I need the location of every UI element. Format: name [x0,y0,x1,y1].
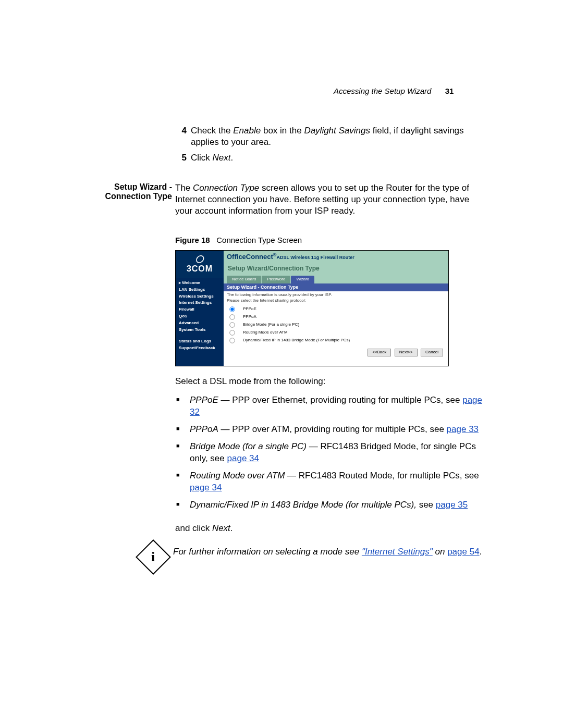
figure-title: Connection Type Screen [216,236,302,244]
text-italic: Next [212,523,230,533]
page-link[interactable]: page 34 [227,453,259,463]
text: on [433,547,447,557]
step-5: 5 Click Next. [175,152,482,164]
text: . [230,523,233,533]
figure-screenshot: ◯ 3COM ▸ Welcome LAN Settings Wireless S… [175,250,449,366]
text: . [231,153,234,163]
opt-label: PPPoE [243,306,256,312]
list-item: Bridge Mode (for a single PC) — RFC1483 … [175,441,482,465]
step-body: Check the Enable box in the Daylight Sav… [187,125,482,148]
radio-bridge[interactable] [229,322,235,327]
text: — PPP over ATM, providing routing for mu… [218,424,447,434]
logo-3com: ◯ 3COM [176,251,224,278]
opt-pppoe[interactable]: PPPoE [229,305,443,313]
section-label: Setup Wizard - Connection Type [95,182,172,201]
step-body: Click Next. [187,152,482,164]
page-link[interactable]: "Internet Settings" [362,547,433,557]
section-label-2: Connection Type [95,192,172,201]
fig-nav: ▸ Welcome LAN Settings Wireless Settings… [176,278,224,354]
page-link[interactable]: page 54 [447,547,479,557]
mode-name: Routing Mode over ATM [190,471,285,480]
select-mode-text: Select a DSL mode from the following: [175,376,482,387]
nav-support[interactable]: Support/Feedback [179,345,221,352]
nav-advanced[interactable]: Advanced [179,320,221,327]
panel-buttons: <<Back Next>> Cancel [224,346,448,359]
fig-breadcrumb: Setup Wizard/Connection Type [224,264,448,275]
text-italic: Enable [233,126,261,135]
opt-label: Dynamic/Fixed IP in 1483 Bridge Mode (Fo… [243,338,350,343]
mode-list: PPPoE — PPP over Ethernet, providing rou… [175,394,482,511]
text: box in the [261,126,304,135]
text: For further information on selecting a m… [173,547,362,557]
nav-system[interactable]: System Tools [179,327,221,334]
after-list: and click Next. [175,523,482,534]
page-link[interactable]: page 33 [447,424,479,434]
list-item: Routing Mode over ATM — RFC1483 Routed M… [175,470,482,494]
radio-pppoa[interactable] [229,314,235,319]
fig-tabs: Notice Board Password Wizard [224,275,448,283]
logo-text: 3COM [187,264,213,275]
list-item: PPPoA — PPP over ATM, providing routing … [175,424,482,436]
panel-desc-2: Please select the Internet sharing proto… [227,298,445,303]
mode-name: Dynamic/Fixed IP in 1483 Bridge Mode (fo… [190,500,417,510]
opt-label: PPPoA [243,314,256,319]
tab-password[interactable]: Password [262,276,290,283]
panel-title: Setup Wizard - Connection Type [224,283,448,292]
page-link[interactable]: page 35 [436,500,468,510]
text: Click [191,153,213,163]
info-icon: i [136,539,171,575]
text-italic: Connection Type [193,183,259,193]
nav-firewall[interactable]: Firewall [179,306,221,313]
section-intro: The Connection Type screen allows you to… [172,182,482,534]
text-italic: Daylight Savings [304,126,370,135]
mode-name: PPPoE [190,395,218,405]
brand-small: ADSL Wireless 11g Firewall Router [276,255,354,260]
fig-main-area: OfficeConnect®ADSL Wireless 11g Firewall… [224,251,448,366]
fig-panel: Setup Wizard - Connection Type The follo… [224,283,448,366]
list-item: PPPoE — PPP over Ethernet, providing rou… [175,394,482,418]
page-number: 31 [445,87,454,95]
radio-routing[interactable] [229,330,235,335]
text: — RFC1483 Routed Mode, for multiple PCs,… [285,471,479,480]
text: — PPP over Ethernet, providing routing f… [218,395,462,405]
back-button[interactable]: <<Back [368,349,391,356]
mode-name: Bridge Mode (for a single PC) [190,441,307,451]
info-note: i For further information on selecting a… [144,547,482,570]
logo-swoop-icon: ◯ [195,254,204,263]
opt-pppoa[interactable]: PPPoA [229,313,443,321]
radio-pppoe[interactable] [229,306,235,312]
brand-name: OfficeConnect [227,253,273,261]
panel-desc: The following information is usually pro… [224,291,448,304]
fig-sidebar: ◯ 3COM ▸ Welcome LAN Settings Wireless S… [176,251,224,366]
nav-lan[interactable]: LAN Settings [179,287,221,293]
nav-status[interactable]: Status and Logs [179,338,221,345]
text: Check the [191,126,233,135]
step-number: 4 [175,125,187,137]
nav-qos[interactable]: QoS [179,313,221,320]
opt-label: Routing Mode over ATM [243,330,288,335]
nav-welcome[interactable]: ▸ Welcome [179,280,221,287]
opt-routing[interactable]: Routing Mode over ATM [229,329,443,337]
figure-caption: Figure 18 Connection Type Screen [175,235,482,245]
nav-wireless[interactable]: Wireless Settings [179,293,221,300]
text: and click [175,523,212,533]
opt-dynfix[interactable]: Dynamic/Fixed IP in 1483 Bridge Mode (Fo… [229,337,443,344]
opt-label: Bridge Mode (For a single PC) [243,322,299,327]
step-number: 5 [175,152,187,164]
header-section: Accessing the Setup Wizard [334,87,431,95]
tab-notice-board[interactable]: Notice Board [227,276,261,283]
cancel-button[interactable]: Cancel [421,349,443,356]
running-header: Accessing the Setup Wizard 31 [334,87,454,95]
panel-desc-1: The following information is usually pro… [227,292,445,298]
radio-dynfix[interactable] [229,338,235,343]
list-item: Dynamic/Fixed IP in 1483 Bridge Mode (fo… [175,499,482,511]
next-button[interactable]: Next>> [395,349,418,356]
page-link[interactable]: page 34 [190,483,222,492]
tab-wizard[interactable]: Wizard [291,276,314,283]
mode-name: PPPoA [190,424,218,434]
nav-internet[interactable]: Internet Settings [179,300,221,306]
text: see [417,500,436,510]
text-italic: Next [213,153,231,163]
opt-bridge[interactable]: Bridge Mode (For a single PC) [229,321,443,329]
note-body: For further information on selecting a m… [173,547,482,557]
